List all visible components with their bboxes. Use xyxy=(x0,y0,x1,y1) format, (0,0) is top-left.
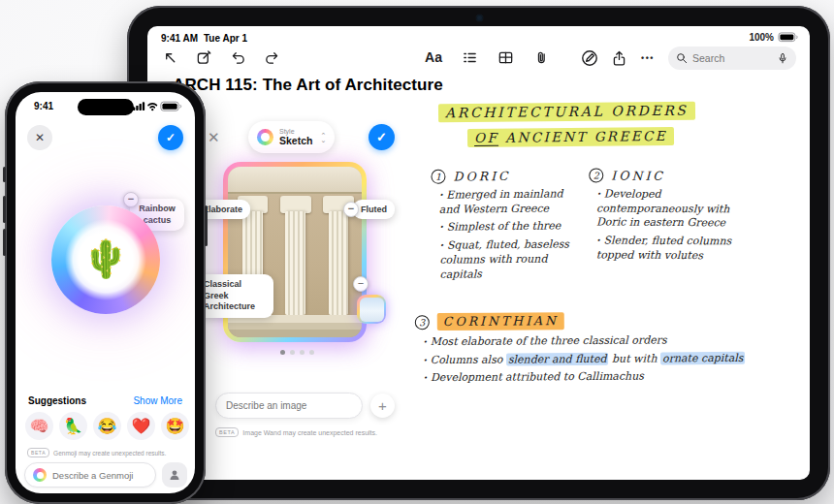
reference-image-preview xyxy=(360,298,384,322)
ipad-toolbar-left xyxy=(161,48,280,66)
style-selector[interactable]: Style Sketch ⌃⌄ xyxy=(248,121,335,153)
suggestion-emoji[interactable]: 🤩 xyxy=(161,412,189,440)
iphone-status-time: 9:41 xyxy=(34,101,53,111)
table-icon[interactable] xyxy=(497,48,514,66)
page-dot[interactable] xyxy=(300,350,305,355)
search-input[interactable] xyxy=(692,52,772,64)
markup-pencil-icon[interactable] xyxy=(581,49,598,67)
remove-tag-icon[interactable]: − xyxy=(123,192,139,207)
beta-badge: BETA xyxy=(27,448,49,457)
column-capital xyxy=(280,196,311,213)
suggestion-emoji[interactable]: 😂 xyxy=(93,412,121,440)
note-section-doric: 1DORIC Emerged in mainland and Western G… xyxy=(431,168,585,286)
iphone-status-icons xyxy=(133,101,183,111)
note-bullet: Slender, fluted columns topped with volu… xyxy=(596,235,761,265)
genmoji-suggestions-row: 🧠 🦜 😂 ❤️ 🤩 xyxy=(25,412,189,440)
note-bullet: Development attributed to Callimachus xyxy=(423,369,750,386)
dynamic-island xyxy=(78,99,134,115)
genmoji-preview-glow: 🌵 xyxy=(51,205,160,314)
ipad-front-camera-icon xyxy=(476,15,483,21)
steps xyxy=(228,315,362,337)
note-title: ARCH 115: The Art of Architecture xyxy=(173,76,443,95)
column xyxy=(329,211,349,315)
share-icon[interactable] xyxy=(610,49,627,67)
pointer-icon[interactable] xyxy=(161,48,178,66)
compose-note-icon[interactable] xyxy=(195,48,212,66)
more-options-button[interactable]: ••• xyxy=(639,49,657,67)
search-field[interactable] xyxy=(668,47,796,70)
describe-image-field[interactable] xyxy=(215,393,363,419)
note-bullet: Emerged in mainland and Western Greece xyxy=(439,187,585,217)
show-more-link[interactable]: Show More xyxy=(133,395,182,406)
note-section-ionic: 2IONIC Developed contemporaneously with … xyxy=(589,168,762,268)
genmoji-input-row xyxy=(24,462,187,488)
battery-icon xyxy=(778,32,798,43)
image-wand-style-icon xyxy=(257,129,273,145)
describe-genmoji-field[interactable] xyxy=(24,462,156,488)
note-bullet: Columns also slender and fluted but with… xyxy=(423,352,750,368)
genmoji-cactus-emoji: 🌵 xyxy=(51,237,160,280)
ipad-toolbar-center: Aa xyxy=(425,48,550,66)
ipad-battery-percent: 100% xyxy=(749,32,774,43)
signal-icon xyxy=(133,102,144,110)
accept-image-button[interactable]: ✓ xyxy=(369,124,395,150)
disclaimer-text: Genmoji may create unexpected results. xyxy=(53,450,166,457)
suggestion-emoji[interactable]: ❤️ xyxy=(127,412,155,440)
suggestion-emoji[interactable]: 🦜 xyxy=(59,412,87,440)
text-format-button[interactable]: Aa xyxy=(425,48,442,66)
attachment-paperclip-icon[interactable] xyxy=(532,48,550,66)
image-wand-disclaimer: BETA Image Wand may create unexpected re… xyxy=(215,427,377,437)
ipad-screen: 9:41 AMTue Apr 1 100% Aa xyxy=(147,26,810,480)
page-dot[interactable] xyxy=(290,350,295,355)
column xyxy=(285,211,305,315)
redo-icon[interactable] xyxy=(263,48,280,66)
ipad-toolbar-right: ••• xyxy=(581,47,796,70)
disclaimer-text: Image Wand may create unexpected results… xyxy=(242,429,377,436)
checklist-icon[interactable] xyxy=(461,48,478,66)
suggestion-emoji[interactable]: 🧠 xyxy=(25,412,53,440)
image-page-dots[interactable] xyxy=(280,350,314,355)
add-button[interactable]: + xyxy=(370,394,395,418)
note-bullet: Most elaborate of the three classical or… xyxy=(423,333,750,350)
ipad-status-bar-left: 9:41 AMTue Apr 1 xyxy=(161,33,247,44)
note-bullet: Developed contemporaneously with Doric i… xyxy=(596,187,761,231)
microphone-icon[interactable] xyxy=(777,52,788,65)
battery-icon xyxy=(161,102,181,110)
action-button xyxy=(3,167,6,182)
describe-image-input[interactable] xyxy=(226,400,352,411)
reference-image-thumbnail[interactable] xyxy=(357,295,386,324)
ipad-status-date: Tue Apr 1 xyxy=(204,33,247,44)
tag-classical-greek-architecture[interactable]: Classical Greek Architecture xyxy=(196,274,273,318)
suggestions-label: Suggestions xyxy=(28,395,86,406)
close-button[interactable]: ✕ xyxy=(27,125,52,150)
tag-fluted[interactable]: − Fluted xyxy=(353,200,395,219)
apple-intelligence-icon xyxy=(33,468,47,482)
handwritten-heading-line1: ARCHITECTURAL ORDERS xyxy=(438,103,695,121)
genmoji-disclaimer: BETA Genmoji may create unexpected resul… xyxy=(27,448,166,457)
remove-reference-image-icon[interactable]: − xyxy=(353,276,369,292)
page-dot[interactable] xyxy=(309,350,314,355)
close-icon[interactable]: ✕ xyxy=(208,129,220,146)
describe-genmoji-input[interactable] xyxy=(52,470,147,481)
person-avatar-button[interactable] xyxy=(162,462,187,488)
note-bullet: Simplest of the three xyxy=(439,220,585,236)
iphone-screen: 9:41 ✕ ✓ − Rainbow c xyxy=(16,92,195,493)
note-bullet: Squat, fluted, baseless columns with rou… xyxy=(439,237,585,282)
handwritten-heading-line2: OFANCIENT GREECE xyxy=(467,128,674,145)
wifi-icon xyxy=(148,104,156,108)
volume-up-button xyxy=(3,196,6,223)
page-dot[interactable] xyxy=(280,350,285,355)
note-section-corinthian: 3CORINTHIAN Most elaborate of the three … xyxy=(415,311,751,391)
search-icon xyxy=(676,52,688,64)
power-button xyxy=(205,205,208,246)
style-value: Sketch xyxy=(279,136,312,146)
iphone-device: 9:41 ✕ ✓ − Rainbow c xyxy=(5,81,206,504)
ipad-status-time: 9:41 AM xyxy=(161,33,198,44)
ipad-device: 9:41 AMTue Apr 1 100% Aa xyxy=(127,6,830,500)
remove-tag-icon[interactable]: − xyxy=(343,202,359,217)
undo-icon[interactable] xyxy=(229,48,246,66)
ipad-status-bar-right: 100% xyxy=(749,32,798,43)
accept-genmoji-button[interactable]: ✓ xyxy=(158,125,183,150)
entablature xyxy=(228,167,362,194)
person-icon xyxy=(168,468,181,482)
